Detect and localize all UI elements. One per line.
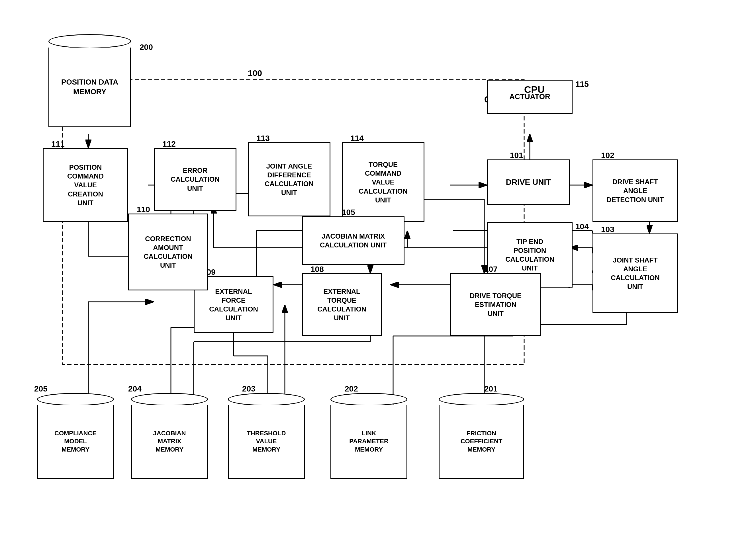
correction-amount-box: CORRECTIONAMOUNTCALCULATIONUNIT bbox=[128, 214, 208, 290]
label-102: 102 bbox=[601, 151, 614, 160]
drive-shaft-box: DRIVE SHAFTANGLEDETECTION UNIT bbox=[592, 159, 678, 222]
diagram: CPU bbox=[0, 0, 756, 533]
label-103: 103 bbox=[601, 225, 614, 234]
joint-shaft-box: JOINT SHAFTANGLECALCULATIONUNIT bbox=[592, 233, 678, 313]
drive-torque-box: DRIVE TORQUEESTIMATIONUNIT bbox=[450, 273, 541, 336]
label-105: 105 bbox=[342, 208, 355, 217]
error-calc-box: ERRORCALCULATIONUNIT bbox=[154, 148, 236, 211]
compliance-model-memory: COMPLIANCEMODELMEMORY bbox=[34, 393, 117, 479]
label-203: 203 bbox=[242, 385, 256, 393]
jacobian-matrix-calc-box: JACOBIAN MATRIXCALCULATION UNIT bbox=[302, 216, 404, 265]
label-108: 108 bbox=[310, 265, 324, 274]
drive-unit-box: DRIVE UNIT bbox=[487, 159, 570, 205]
label-204: 204 bbox=[128, 385, 142, 393]
label-111: 111 bbox=[51, 140, 65, 148]
label-115: 115 bbox=[576, 80, 589, 89]
label-205: 205 bbox=[34, 385, 47, 393]
label-202: 202 bbox=[345, 385, 358, 393]
label-104: 104 bbox=[576, 222, 589, 231]
label-200: 200 bbox=[140, 43, 153, 52]
label-100: 100 bbox=[248, 68, 262, 78]
jacobian-matrix-memory: JACOBIANMATRIXMEMORY bbox=[128, 393, 211, 479]
label-201: 201 bbox=[484, 385, 498, 393]
friction-coeff-memory: FRICTIONCOEFFICIENTMEMORY bbox=[436, 393, 527, 479]
label-112: 112 bbox=[162, 140, 176, 148]
threshold-memory: THRESHOLDVALUEMEMORY bbox=[225, 393, 308, 479]
label-101: 101 bbox=[510, 151, 523, 160]
link-param-memory: LINKPARAMETERMEMORY bbox=[328, 393, 410, 479]
position-command-box: POSITIONCOMMANDVALUECREATIONUNIT bbox=[43, 148, 128, 222]
label-110: 110 bbox=[137, 205, 150, 214]
label-113: 113 bbox=[256, 134, 270, 143]
label-114: 114 bbox=[350, 134, 364, 143]
cpu-label: CPU bbox=[524, 84, 545, 95]
joint-angle-diff-box: JOINT ANGLEDIFFERENCECALCULATIONUNIT bbox=[248, 142, 331, 216]
label-107: 107 bbox=[484, 265, 498, 274]
position-data-memory: POSITION DATA MEMORY bbox=[45, 34, 134, 127]
external-torque-box: EXTERNALTORQUECALCULATIONUNIT bbox=[302, 273, 382, 336]
